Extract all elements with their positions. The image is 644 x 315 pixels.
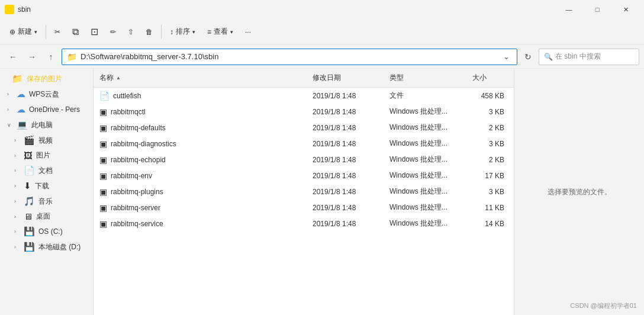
music-icon: 🎵 — [24, 196, 35, 207]
sidebar-item-os-c[interactable]: › 💾 OS (C:) — [0, 224, 93, 239]
os-c-icon: 💾 — [24, 226, 35, 237]
search-box[interactable]: 🔍 在 sbin 中搜索 — [539, 49, 639, 65]
copy-icon: ⧉ — [72, 27, 79, 37]
delete-button[interactable]: 🗑 — [141, 25, 157, 38]
file-size-cell: 3 KB — [466, 186, 514, 198]
sidebar-item-pictures[interactable]: › 🖼 图片 — [0, 148, 93, 163]
file-name-cell: ▣ rabbitmqctl — [94, 105, 307, 118]
file-type-icon: ▣ — [99, 171, 107, 181]
paste-icon: ⊡ — [91, 26, 98, 37]
sidebar-item-videos[interactable]: › 🎬 视频 — [0, 133, 93, 148]
file-size-cell: 3 KB — [466, 138, 514, 150]
copy-button[interactable]: ⧉ — [67, 24, 83, 40]
new-button[interactable]: ⊕ 新建 ▾ — [5, 24, 42, 39]
sort-icon: ↕ — [170, 28, 173, 36]
file-name-cell: ▣ rabbitmq-diagnostics — [94, 137, 307, 150]
titlebar-left: sbin — [5, 5, 31, 14]
minimize-button[interactable]: — — [555, 0, 582, 19]
sidebar-item-documents[interactable]: › 📄 文档 — [0, 163, 93, 178]
toolbar-sep-1 — [46, 25, 46, 39]
pictures-icon: 🖼 — [24, 150, 33, 160]
header-name-label: 名称 — [99, 73, 114, 83]
file-size-cell: 2 KB — [466, 154, 514, 166]
file-name-cell: 📄 cuttlefish — [94, 89, 307, 102]
sidebar-item-thispc[interactable]: ∨ 💻 此电脑 — [0, 117, 93, 133]
file-name-cell: ▣ rabbitmq-plugins — [94, 185, 307, 198]
sort-button[interactable]: ↕ 排序 ▾ — [165, 24, 200, 39]
sidebar-item-label-music: 音乐 — [38, 197, 53, 207]
more-button[interactable]: ··· — [240, 25, 256, 38]
file-type-cell: Windows 批处理... — [384, 169, 466, 182]
share-button[interactable]: ⇧ — [123, 25, 139, 38]
cut-button[interactable]: ✂ — [50, 25, 65, 38]
file-size-cell: 2 KB — [466, 122, 514, 134]
sidebar-item-label-local-d: 本地磁盘 (D:) — [38, 242, 80, 252]
table-row[interactable]: ▣ rabbitmqctl 2019/1/8 1:48 Windows 批处理.… — [94, 104, 514, 120]
sidebar-item-label-downloads: 下载 — [35, 181, 49, 191]
header-size[interactable]: 大小 — [466, 71, 514, 85]
thispc-icon: 💻 — [17, 120, 28, 130]
header-modified[interactable]: 修改日期 — [307, 71, 384, 85]
file-type-cell: Windows 批处理... — [384, 217, 466, 230]
sidebar-item-onedrive[interactable]: › ☁ OneDrive - Pers — [0, 102, 93, 117]
sidebar-item-wps[interactable]: › ☁ WPS云盘 — [0, 86, 93, 102]
new-dropdown-icon: ▾ — [34, 29, 37, 35]
rename-button[interactable]: ✏ — [105, 25, 121, 38]
sidebar: 📁 保存的图片 › ☁ WPS云盘 › ☁ OneDrive - Pers ∨ … — [0, 69, 94, 315]
local-d-arrow-icon: › — [14, 244, 20, 250]
paste-button[interactable]: ⊡ — [86, 24, 103, 40]
sidebar-item-desktop[interactable]: › 🖥 桌面 — [0, 209, 93, 224]
address-text: D:\Software\rabbitmq_server-3.7.10\sbin — [80, 52, 497, 61]
table-row[interactable]: ▣ rabbitmq-diagnostics 2019/1/8 1:48 Win… — [94, 136, 514, 152]
sort-arrow-icon: ▲ — [116, 75, 121, 81]
delete-icon: 🗑 — [146, 28, 153, 36]
up-button[interactable]: ↑ — [43, 49, 59, 65]
table-row[interactable]: ▣ rabbitmq-plugins 2019/1/8 1:48 Windows… — [94, 184, 514, 200]
sidebar-item-local-d[interactable]: › 💾 本地磁盘 (D:) — [0, 239, 93, 255]
forward-button[interactable]: → — [24, 49, 40, 65]
wps-arrow-icon: › — [7, 91, 13, 97]
header-type[interactable]: 类型 — [384, 71, 466, 85]
file-type-cell: Windows 批处理... — [384, 201, 466, 214]
close-button[interactable]: ✕ — [612, 0, 639, 19]
refresh-icon: ↻ — [524, 52, 532, 62]
downloads-arrow-icon: › — [14, 183, 20, 189]
navbar: ← → ↑ 📁 D:\Software\rabbitmq_server-3.7.… — [0, 45, 644, 69]
address-bar[interactable]: 📁 D:\Software\rabbitmq_server-3.7.10\sbi… — [62, 49, 517, 65]
table-row[interactable]: ▣ rabbitmq-service 2019/1/8 1:48 Windows… — [94, 216, 514, 232]
sidebar-item-label-thispc: 此电脑 — [31, 120, 53, 130]
back-button[interactable]: ← — [5, 49, 21, 65]
videos-arrow-icon: › — [14, 137, 20, 143]
sidebar-item-music[interactable]: › 🎵 音乐 — [0, 194, 93, 209]
music-arrow-icon: › — [14, 198, 20, 204]
up-icon: ↑ — [49, 52, 53, 62]
table-row[interactable]: ▣ rabbitmq-echopid 2019/1/8 1:48 Windows… — [94, 152, 514, 168]
table-row[interactable]: ▣ rabbitmq-env 2019/1/8 1:48 Windows 批处理… — [94, 168, 514, 184]
header-size-label: 大小 — [472, 73, 487, 83]
refresh-button[interactable]: ↻ — [520, 49, 536, 65]
table-row[interactable]: ▣ rabbitmq-defaults 2019/1/8 1:48 Window… — [94, 120, 514, 136]
new-label: 新建 — [18, 27, 32, 37]
maximize-button[interactable]: □ — [584, 0, 611, 19]
new-icon: ⊕ — [9, 28, 15, 36]
sidebar-item-label-saved-pics: 保存的图片 — [27, 74, 62, 84]
titlebar-folder-icon — [5, 5, 14, 14]
file-name: rabbitmq-diagnostics — [111, 140, 176, 148]
file-type-cell: Windows 批处理... — [384, 137, 466, 150]
onedrive-arrow-icon: › — [7, 107, 13, 112]
watermark: CSDN @编程初学者01 — [570, 301, 637, 310]
table-row[interactable]: ▣ rabbitmq-server 2019/1/8 1:48 Windows … — [94, 200, 514, 216]
table-row[interactable]: 📄 cuttlefish 2019/1/8 1:48 文件 458 KB — [94, 88, 514, 104]
file-type-icon: 📄 — [99, 91, 110, 101]
file-type-cell: Windows 批处理... — [384, 185, 466, 198]
sidebar-item-downloads[interactable]: › ⬇ 下载 — [0, 178, 93, 194]
view-button[interactable]: ≡ 查看 ▾ — [202, 24, 238, 39]
preview-text: 选择要预览的文件。 — [548, 187, 611, 197]
file-type-icon: ▣ — [99, 123, 107, 133]
header-name[interactable]: 名称 ▲ — [94, 71, 307, 85]
file-type-cell: Windows 批处理... — [384, 121, 466, 134]
titlebar: sbin — □ ✕ — [0, 0, 644, 19]
address-dropdown-icon[interactable]: ⌄ — [500, 51, 512, 63]
sidebar-item-saved-pics[interactable]: 📁 保存的图片 — [0, 71, 93, 86]
file-type-icon: ▣ — [99, 219, 107, 229]
